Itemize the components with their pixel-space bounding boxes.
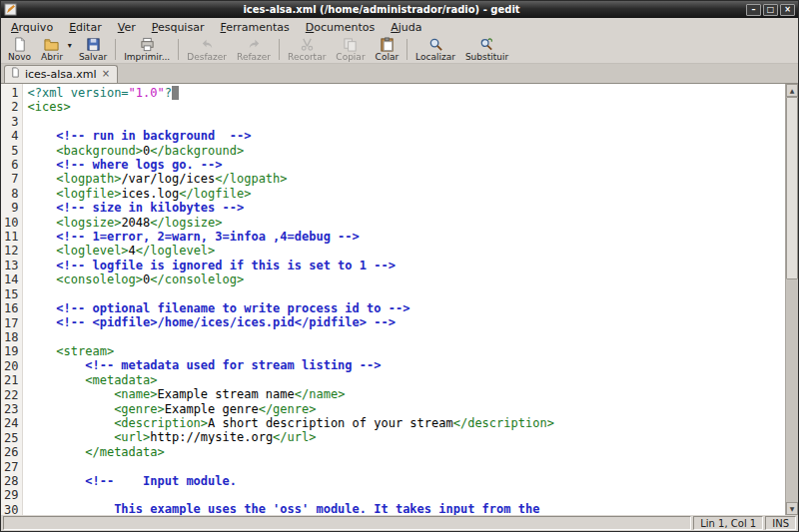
cut-button-label: Recortar [288, 52, 326, 62]
new-button[interactable]: Novo [3, 36, 36, 63]
window-controls: – □ × [746, 4, 795, 16]
find-button-label: Localizar [415, 52, 455, 62]
editor-area: 1234567891011121314151617181920212223242… [1, 83, 798, 515]
menu-ferramentas[interactable]: Ferramentas [212, 20, 297, 35]
toolbar-separator [115, 39, 116, 60]
cut-button: Recortar [283, 36, 331, 63]
menu-arquivo[interactable]: Arquivo [3, 20, 61, 35]
line-numbers: 1234567891011121314151617181920212223242… [1, 84, 23, 515]
cut-icon [300, 37, 315, 52]
toolbar-separator [178, 39, 179, 60]
tab-label: ices-alsa.xml [25, 68, 97, 81]
save-button-label: Salvar [79, 52, 107, 62]
paste-icon [380, 37, 395, 52]
scrollbar-thumb[interactable] [786, 97, 798, 279]
menu-pesquisar[interactable]: Pesquisar [144, 20, 213, 35]
titlebar: ices-alsa.xml (/home/administrador/radio… [1, 1, 798, 18]
gedit-logo-icon [4, 3, 17, 16]
copy-button-label: Copiar [336, 52, 365, 62]
open-button-label: Abrir [41, 52, 63, 62]
minimize-button[interactable]: – [746, 4, 761, 16]
window-title: ices-alsa.xml (/home/administrador/radio… [17, 4, 746, 15]
print-button[interactable]: Imprimir... [119, 36, 175, 63]
redo-icon [247, 37, 262, 52]
statusbar-message-area [3, 516, 691, 530]
scroll-down-icon[interactable]: ▼ [786, 502, 798, 515]
maximize-button[interactable]: □ [763, 4, 778, 16]
save-button[interactable]: Salvar [74, 36, 112, 63]
code-lines[interactable]: <?xml version="1.0"?><ices> <!-- run in … [23, 84, 785, 515]
open-folder-icon [44, 37, 59, 52]
undo-button: Desfazer [182, 36, 232, 63]
redo-button: Refazer [232, 36, 276, 63]
find-button[interactable]: Localizar [410, 36, 460, 63]
paste-button[interactable]: Colar [371, 36, 404, 63]
copy-button: Copiar [331, 36, 370, 63]
file-icon [10, 67, 21, 81]
insert-mode: INS [765, 516, 796, 530]
undo-icon [200, 37, 215, 52]
save-icon [86, 37, 101, 52]
toolbar: Novo Abrir ▾ Salvar Imprimir... [1, 36, 798, 64]
menubar: Arquivo Editar Ver Pesquisar Ferramentas… [1, 18, 798, 36]
menu-ver[interactable]: Ver [110, 20, 144, 35]
vertical-scrollbar[interactable]: ▲ ▼ [785, 84, 798, 515]
menu-ajuda[interactable]: Ajuda [383, 20, 429, 35]
redo-button-label: Refazer [237, 52, 271, 62]
tab-close-icon[interactable]: × [101, 69, 111, 79]
toolbar-separator [279, 39, 280, 60]
statusbar: Lin 1, Col 1 INS [1, 515, 798, 531]
replace-button[interactable]: Substituir [460, 36, 513, 63]
open-button[interactable]: Abrir [36, 36, 68, 63]
tabbar: ices-alsa.xml × [1, 64, 798, 83]
find-icon [428, 37, 443, 52]
print-icon [140, 37, 155, 52]
replace-button-label: Substituir [465, 52, 508, 62]
chevron-down-icon: ▾ [68, 41, 72, 50]
undo-button-label: Desfazer [187, 52, 227, 62]
new-button-label: Novo [8, 52, 31, 62]
scroll-up-icon[interactable]: ▲ [786, 84, 798, 97]
cursor-position: Lin 1, Col 1 [693, 516, 763, 530]
menu-documentos[interactable]: Documentos [298, 20, 383, 35]
menu-editar[interactable]: Editar [61, 20, 110, 35]
replace-icon [479, 37, 494, 52]
scrollbar-track[interactable] [786, 97, 798, 502]
paste-button-label: Colar [376, 52, 400, 62]
print-button-label: Imprimir... [124, 52, 170, 62]
gedit-window: ices-alsa.xml (/home/administrador/radio… [0, 0, 799, 532]
close-button[interactable]: × [780, 4, 795, 16]
new-document-icon [12, 37, 27, 52]
copy-icon [343, 37, 358, 52]
tab-ices-alsa-xml[interactable]: ices-alsa.xml × [4, 65, 118, 83]
toolbar-separator [406, 39, 407, 60]
